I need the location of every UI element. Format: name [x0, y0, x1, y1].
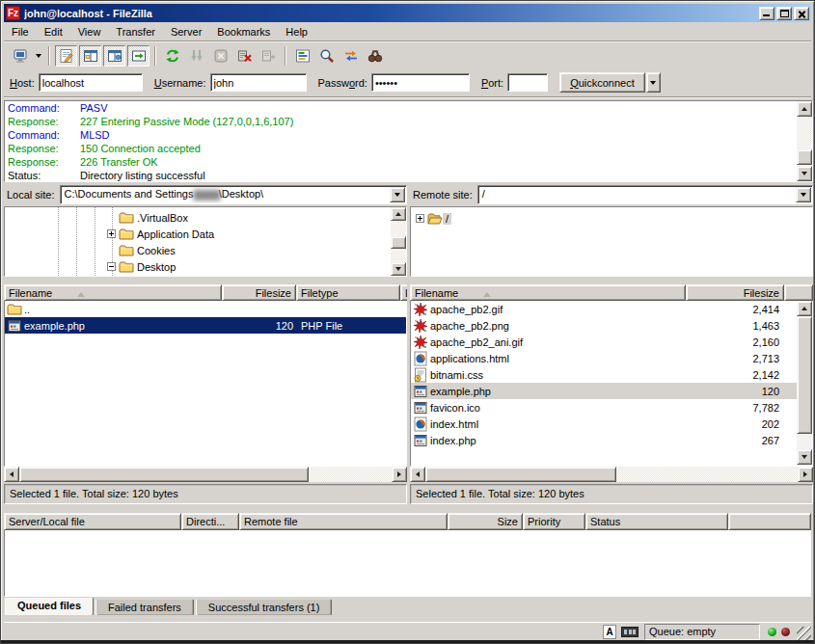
- quickconnect-dropdown[interactable]: [646, 72, 661, 93]
- refresh-button[interactable]: [161, 45, 183, 67]
- resize-grip[interactable]: [797, 627, 811, 641]
- scroll-up-button[interactable]: [797, 101, 812, 117]
- reconnect-button[interactable]: [258, 45, 280, 67]
- tab-failed-transfers[interactable]: Failed transfers: [95, 600, 194, 616]
- arrow-up-icon: [801, 104, 807, 111]
- queue-column-remote-file[interactable]: Remote file: [239, 513, 448, 530]
- synchronized-browsing-button[interactable]: [340, 45, 362, 67]
- toggle-transfer-queue-button[interactable]: [127, 45, 149, 67]
- tab-successful-transfers-1-[interactable]: Successful transfers (1): [196, 600, 333, 616]
- local-path-dropdown[interactable]: [390, 187, 405, 202]
- file-row-example-php[interactable]: example.php120PHP File1: [5, 317, 406, 334]
- file-row-index-html[interactable]: index.html202: [411, 416, 812, 432]
- toggle-local-tree-button[interactable]: [79, 45, 101, 67]
- menu-file[interactable]: File: [4, 23, 37, 40]
- remote-list-scrollbar[interactable]: [797, 301, 812, 465]
- tree-item-application-data[interactable]: Application Data: [107, 226, 217, 242]
- remote-list-hscrollbar[interactable]: [410, 467, 813, 482]
- scroll-down-button[interactable]: [797, 166, 812, 181]
- file-size-cell: 2,160: [687, 334, 783, 350]
- disconnect-button[interactable]: [233, 45, 256, 67]
- scroll-up-button[interactable]: [391, 207, 406, 221]
- log-scrollbar[interactable]: [797, 101, 812, 181]
- local-tree-scrollbar[interactable]: [391, 207, 406, 276]
- quickconnect-button[interactable]: Quickconnect: [559, 72, 645, 93]
- scroll-down-button[interactable]: [797, 449, 812, 465]
- local-list-header: FilenameFilesizeFiletypeL: [4, 284, 407, 301]
- maximize-button[interactable]: [776, 7, 792, 20]
- column-header-filesize[interactable]: Filesize: [222, 284, 296, 301]
- file-row--[interactable]: ..: [5, 301, 406, 317]
- menu-edit[interactable]: Edit: [37, 23, 70, 40]
- column-header-filesize[interactable]: Filesize: [686, 284, 784, 301]
- expand-icon[interactable]: [416, 214, 424, 223]
- scroll-left-button[interactable]: [4, 467, 19, 482]
- cancel-button[interactable]: [209, 45, 231, 67]
- column-header-filename[interactable]: Filename: [4, 284, 222, 301]
- process-queue-icon: [189, 48, 204, 64]
- file-row-apache-pb2-png[interactable]: apache_pb2.png1,463: [411, 317, 812, 334]
- column-header-l[interactable]: L: [400, 284, 407, 301]
- column-header-filetype[interactable]: Filetype: [296, 284, 400, 301]
- file-row-index-php[interactable]: index.php267: [411, 432, 812, 448]
- toggle-message-log-button[interactable]: [55, 45, 77, 67]
- tree-item-cookies[interactable]: Cookies: [107, 242, 178, 258]
- app-icon: Fz: [6, 6, 20, 20]
- port-input[interactable]: [507, 73, 548, 92]
- column-header-filename[interactable]: Filename: [410, 284, 686, 301]
- host-input[interactable]: [39, 73, 143, 92]
- expand-icon[interactable]: [107, 229, 116, 238]
- file-row-applications-html[interactable]: applications.html2,713: [411, 350, 812, 366]
- directory-filter-button[interactable]: [291, 45, 313, 67]
- file-size-cell: 2,414: [687, 301, 783, 317]
- password-input[interactable]: [371, 73, 470, 92]
- file-row-favicon-ico[interactable]: favicon.ico7,782: [411, 399, 812, 416]
- scrollbar-thumb[interactable]: [19, 467, 309, 482]
- menu-transfer[interactable]: Transfer: [108, 23, 163, 40]
- scroll-right-button[interactable]: [798, 467, 813, 482]
- scroll-up-button[interactable]: [797, 301, 812, 316]
- scroll-right-button[interactable]: [392, 467, 407, 482]
- scrollbar-thumb[interactable]: [425, 467, 616, 482]
- scroll-left-button[interactable]: [410, 467, 425, 482]
- log-line: Response:226 Transfer OK: [5, 155, 812, 169]
- file-row-example-php[interactable]: example.php120: [411, 383, 812, 399]
- scrollbar-thumb[interactable]: [797, 149, 812, 165]
- chevron-down-icon: [650, 81, 656, 88]
- remote-path-combo[interactable]: /: [477, 185, 813, 204]
- find-files-button[interactable]: [364, 45, 386, 67]
- menu-view[interactable]: View: [70, 23, 109, 40]
- tab-queued-files[interactable]: Queued files: [5, 598, 94, 616]
- queue-column-status[interactable]: Status: [585, 513, 728, 530]
- menu-help[interactable]: Help: [278, 23, 315, 40]
- tree-item--virtualbox[interactable]: .VirtualBox: [107, 209, 191, 226]
- remote-path-dropdown[interactable]: [796, 187, 811, 202]
- file-icon: [413, 384, 428, 399]
- collapse-icon[interactable]: [107, 262, 116, 271]
- file-size-cell: 267: [687, 432, 783, 448]
- tree-item-desktop[interactable]: Desktop: [107, 258, 178, 275]
- directory-comparison-button[interactable]: [315, 45, 338, 67]
- queue-column-priority[interactable]: Priority: [523, 513, 585, 530]
- close-button[interactable]: [794, 7, 809, 20]
- scroll-down-button[interactable]: [391, 262, 406, 276]
- menu-bookmarks[interactable]: Bookmarks: [209, 23, 278, 40]
- site-manager-dropdown[interactable]: [32, 45, 44, 67]
- file-row-apache-pb2-gif[interactable]: apache_pb2.gif2,414: [411, 301, 812, 317]
- menu-server[interactable]: Server: [163, 23, 209, 40]
- queue-column-directi-[interactable]: Directi...: [181, 513, 239, 530]
- toggle-remote-tree-button[interactable]: [103, 45, 125, 67]
- scrollbar-thumb[interactable]: [391, 236, 406, 249]
- local-list-hscrollbar[interactable]: [4, 467, 407, 482]
- scrollbar-thumb[interactable]: [797, 316, 812, 434]
- queue-column-server-local-file[interactable]: Server/Local file: [4, 513, 181, 530]
- tree-item-root[interactable]: /: [416, 210, 451, 227]
- site-manager-button[interactable]: [9, 45, 31, 67]
- minimize-button[interactable]: [759, 7, 774, 20]
- username-input[interactable]: [210, 73, 307, 92]
- process-queue-button[interactable]: [185, 45, 207, 67]
- local-path-combo[interactable]: C:\Documents and Settings██████\Desktop\: [60, 185, 407, 204]
- file-row-apache-pb2-ani-gif[interactable]: apache_pb2_ani.gif2,160: [411, 334, 812, 350]
- file-row-bitnami-css[interactable]: bitnami.css2,142: [411, 366, 812, 383]
- queue-column-size[interactable]: Size: [448, 513, 523, 530]
